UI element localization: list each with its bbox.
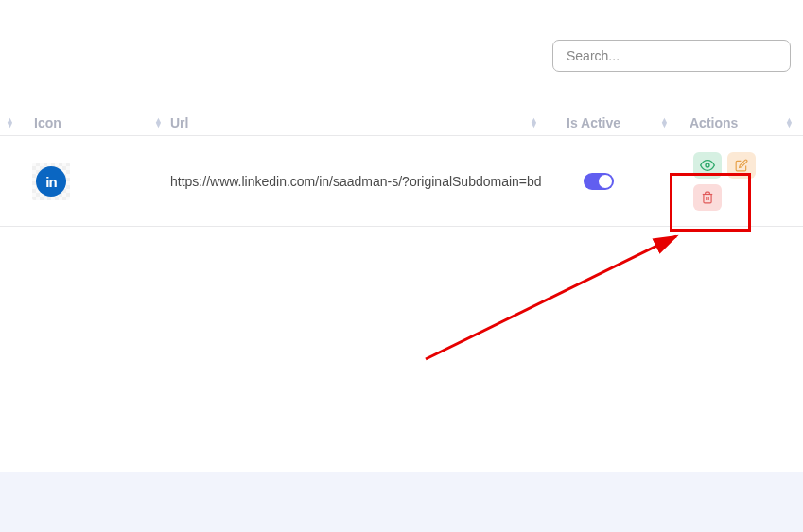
bottom-band: [0, 472, 803, 532]
url-text: https://www.linkedin.com/in/saadman-s/?o…: [170, 172, 567, 192]
svg-point-0: [706, 163, 709, 167]
linkedin-label: in: [45, 174, 56, 190]
sort-arrows-icon: ▲▼: [6, 118, 14, 128]
sort-arrows-icon: ▲▼: [785, 118, 794, 128]
cell-icon: in: [9, 166, 170, 197]
cell-actions: [690, 152, 794, 211]
active-toggle[interactable]: [584, 173, 614, 190]
linkedin-icon: in: [36, 166, 66, 197]
delete-button[interactable]: [693, 184, 722, 211]
pencil-icon: [735, 159, 748, 172]
table-header: ▲▼ Icon ▲▼ Url ▲▼ Is Active ▲▼ Actions ▲…: [0, 96, 803, 136]
sort-arrows-icon: ▲▼: [530, 118, 538, 128]
search-wrapper: [552, 40, 791, 72]
cell-active: [567, 173, 690, 190]
edit-button[interactable]: [727, 152, 756, 179]
annotation-arrow: [416, 232, 690, 364]
column-header-actions[interactable]: Actions ▲▼: [690, 114, 794, 131]
column-header-active[interactable]: Is Active ▲▼: [567, 114, 690, 131]
eye-icon: [700, 158, 715, 173]
cell-url: https://www.linkedin.com/in/saadman-s/?o…: [170, 172, 567, 192]
header-label-icon: Icon: [34, 115, 61, 130]
column-header-icon[interactable]: ▲▼ Icon ▲▼: [9, 114, 170, 131]
search-input[interactable]: [552, 40, 791, 72]
header-label-actions: Actions: [690, 115, 738, 130]
svg-line-4: [426, 236, 676, 359]
trash-icon: [701, 191, 714, 204]
header-label-active: Is Active: [567, 115, 620, 130]
header-label-url: Url: [170, 115, 188, 130]
view-button[interactable]: [693, 152, 722, 179]
column-header-url[interactable]: Url ▲▼: [170, 114, 567, 131]
table-row: in https://www.linkedin.com/in/saadman-s…: [0, 137, 803, 227]
sort-arrows-icon: ▲▼: [660, 118, 669, 128]
toggle-knob: [599, 175, 612, 188]
sort-arrows-icon: ▲▼: [154, 118, 163, 128]
